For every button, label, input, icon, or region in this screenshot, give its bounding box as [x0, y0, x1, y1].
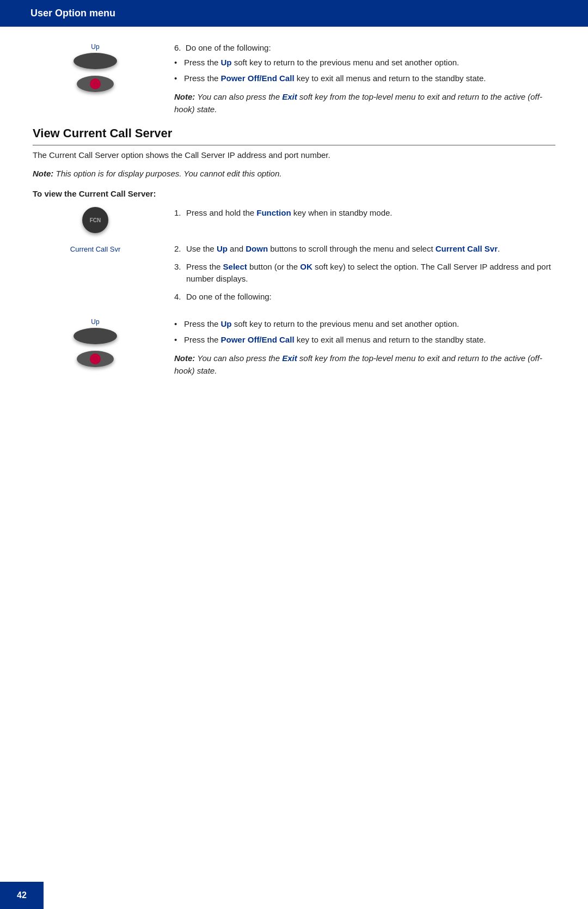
note-bold-1: Note:	[174, 92, 195, 101]
fcn-button: FCN	[82, 207, 108, 233]
step6-label: 6. Do one of the following:	[174, 43, 555, 52]
note-bold-2: Note:	[33, 169, 53, 178]
section2-heading: View Current Call Server	[33, 126, 555, 145]
section2-note: Note: This option is for display purpose…	[33, 167, 555, 180]
current-call-svr-ref: Current Call Svr	[436, 244, 498, 253]
section1-note: Note: You can also press the Exit soft k…	[174, 91, 555, 115]
step1-text: 1. Press and hold the Function key when …	[158, 207, 555, 233]
up-key-ref-3: Up	[221, 319, 232, 328]
step6-bullets: Press the Up soft key to return to the p…	[174, 57, 555, 84]
step4-bullet-2: Press the Power Off/End Call key to exit…	[174, 334, 555, 346]
step4-item: 4. Do one of the following:	[174, 291, 555, 303]
power-off-key-ref-1: Power Off/End Call	[221, 74, 295, 83]
function-key-ref: Function	[256, 208, 291, 217]
select-key-ref: Select	[223, 262, 247, 271]
up-oval-button-2	[74, 328, 117, 344]
step2-images: Current Call Svr	[33, 243, 158, 308]
step1-block: FCN 1. Press and hold the Function key w…	[33, 207, 555, 233]
step4-text: Press the Up soft key to return to the p…	[158, 318, 555, 377]
up-key-ref-1: Up	[221, 58, 232, 67]
up-label-1: Up	[91, 43, 99, 51]
header-title: User Option menu	[30, 8, 115, 19]
step4-bullet-1: Press the Up soft key to return to the p…	[174, 318, 555, 331]
power-off-key-ref-2: Power Off/End Call	[221, 335, 295, 344]
down-key-ref: Down	[246, 244, 268, 253]
up-button-group-1: Up	[74, 43, 117, 69]
step4-images: Up	[33, 318, 158, 377]
page-footer: 42	[0, 882, 44, 909]
section2-note2: Note: You can also press the Exit soft k…	[174, 352, 555, 377]
step2-text: 2. Use the Up and Down buttons to scroll…	[158, 243, 555, 308]
up-oval-button-1	[74, 53, 117, 69]
bullet-2: Press the Power Off/End Call key to exit…	[174, 72, 555, 85]
step3-item: 3. Press the Select button (or the OK so…	[174, 261, 555, 285]
step1-item: 1. Press and hold the Function key when …	[174, 207, 555, 219]
ok-key-ref: OK	[300, 262, 313, 271]
subsection-label: To view the Current Call Server:	[33, 189, 555, 198]
step2-block: Current Call Svr 2. Use the Up and Down …	[33, 243, 555, 308]
note-bold-3: Note:	[174, 353, 195, 363]
exit-key-ref-2: Exit	[282, 353, 297, 363]
section2-intro: The Current Call Server option shows the…	[33, 149, 555, 162]
power-off-button-2	[77, 351, 114, 367]
up-key-ref-2: Up	[217, 244, 228, 253]
header-bar: User Option menu	[0, 0, 588, 27]
steps2-list: 2. Use the Up and Down buttons to scroll…	[174, 243, 555, 303]
main-content: Up 6. Do one of the following: Press the…	[0, 27, 588, 408]
step1-images: FCN	[33, 207, 158, 233]
steps-list: 1. Press and hold the Function key when …	[174, 207, 555, 219]
current-call-svr-label: Current Call Svr	[70, 245, 120, 253]
power-off-button-1	[77, 76, 114, 92]
step2-item: 2. Use the Up and Down buttons to scroll…	[174, 243, 555, 255]
section1-images: Up	[33, 43, 158, 115]
bullet-1: Press the Up soft key to return to the p…	[174, 57, 555, 69]
step4-block: Up Press the Up soft key to return to th…	[33, 318, 555, 377]
exit-key-ref-1: Exit	[282, 92, 297, 101]
up-button-group-2: Up	[74, 318, 117, 344]
step4-bullets: Press the Up soft key to return to the p…	[174, 318, 555, 346]
section1-text: 6. Do one of the following: Press the Up…	[158, 43, 555, 115]
section1-step6-block: Up 6. Do one of the following: Press the…	[33, 43, 555, 115]
page-number: 42	[17, 890, 27, 900]
up-label-2: Up	[91, 318, 99, 326]
